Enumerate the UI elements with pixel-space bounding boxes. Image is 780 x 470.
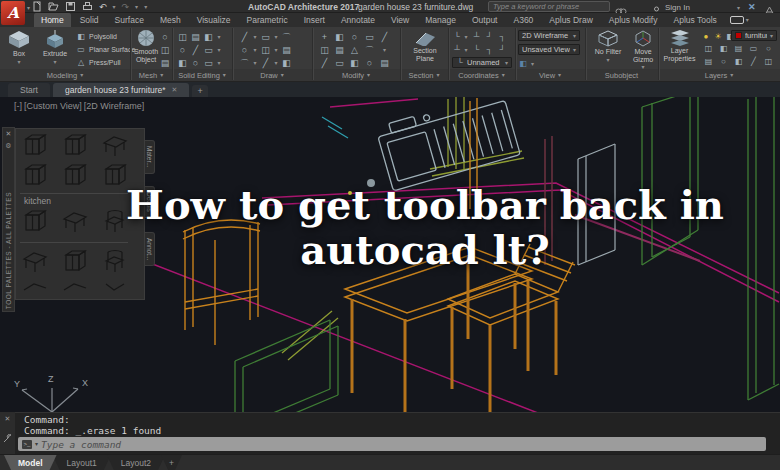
modify-tool-icon[interactable]: △ <box>349 44 361 56</box>
ucs-tool-icon[interactable]: └ <box>472 44 482 55</box>
solid-tool-icon[interactable]: ▤ <box>190 31 202 43</box>
solid-tool-icon[interactable]: ◧ <box>203 31 215 43</box>
solid-tool-icon[interactable]: ○ <box>190 57 202 69</box>
draw-panel-icon[interactable]: ◫ <box>260 44 272 56</box>
undo-caret-icon[interactable]: ▾ <box>113 4 116 10</box>
ucs-tool-icon[interactable]: ┐ <box>485 44 495 55</box>
undo-icon[interactable]: ↶ <box>99 2 107 12</box>
panel-label-view[interactable]: View▾ <box>515 69 585 81</box>
move-gizmo-button[interactable]: Move Gizmo▾ <box>627 30 659 71</box>
solid-tool-icon[interactable]: ◧ <box>177 57 189 69</box>
ucs-tool-icon[interactable]: ┘ <box>485 31 495 42</box>
palette-item-cabinet[interactable] <box>22 132 48 158</box>
solid-tool-icon[interactable]: ▭ <box>203 44 215 56</box>
open-folder-icon[interactable] <box>48 1 59 12</box>
palette-close-icon[interactable]: ✕ <box>6 130 12 138</box>
visual-style-dropdown[interactable]: 2D Wireframe▾ <box>518 30 580 41</box>
draw-caret-icon[interactable]: ▾ <box>253 34 256 40</box>
layer-tool-icon[interactable]: ○ <box>719 56 729 67</box>
palette-item-table[interactable] <box>22 248 48 274</box>
file-tab-start[interactable]: Start <box>8 83 50 97</box>
layer-dropdown[interactable]: furniture ▾ <box>731 30 777 41</box>
viewport-view-button[interactable]: [Custom View] <box>24 101 82 111</box>
extrude-caret-icon[interactable]: ▾ <box>53 59 56 65</box>
command-input[interactable] <box>41 439 762 450</box>
layer-tool-icon[interactable]: ○ <box>764 43 774 54</box>
solid-tool-icon[interactable]: ◫ <box>177 31 189 43</box>
modify-tool-icon[interactable]: ╱ <box>319 57 331 69</box>
ribbon-tab-a360[interactable]: A360 <box>506 13 540 27</box>
ucs-caret-icon[interactable]: ▾ <box>464 47 467 53</box>
sign-in-button[interactable]: Sign In <box>665 3 690 12</box>
layer-tool-icon[interactable]: ▭ <box>749 43 759 54</box>
modify-tool-icon[interactable]: ○ <box>364 57 376 69</box>
named-view-dropdown[interactable]: Unsaved View▾ <box>518 44 580 55</box>
layout-tab-layout2[interactable]: Layout2 <box>107 455 165 470</box>
ribbon-tab-manage[interactable]: Manage <box>418 13 463 27</box>
panel-label-mesh[interactable]: Mesh▾ <box>130 69 172 81</box>
palette-item-cabinet[interactable] <box>22 162 48 188</box>
layer-tool-icon[interactable]: ◧ <box>719 43 729 54</box>
file-tab-document[interactable]: garden house 23 furniture*✕ <box>53 83 190 97</box>
draw-grid-icon[interactable]: ▤ <box>281 44 293 56</box>
modify-tool-icon[interactable]: ▤ <box>379 57 391 69</box>
no-filter-caret-icon[interactable]: ▾ <box>606 57 609 63</box>
modify-caret-icon[interactable]: ▾ <box>383 47 386 53</box>
palette-side-tab-materials[interactable]: Mater... <box>145 140 155 174</box>
draw-caret-icon[interactable]: ▾ <box>253 47 256 53</box>
sign-in-caret-icon[interactable]: ▾ <box>737 5 740 11</box>
mesh-tool-icon[interactable]: ○ <box>159 31 171 43</box>
ribbon-tab-aplus-modify[interactable]: Aplus Modify <box>602 13 665 27</box>
layer-tool-icon[interactable]: ◫ <box>764 56 774 67</box>
ucs-tool-icon[interactable]: └ <box>452 31 462 42</box>
tool-palette-title-bar[interactable]: ✕ ⚙ TOOL PALETTES - ALL PALETTES <box>2 127 15 312</box>
draw-caret-icon[interactable]: ▾ <box>274 47 277 53</box>
qat-customize-caret-icon[interactable]: ▾ <box>144 4 147 10</box>
panel-label-modeling[interactable]: Modeling▾ <box>0 69 130 81</box>
media-panel-icon[interactable] <box>730 16 744 24</box>
command-recent-caret-icon[interactable]: ▾ <box>35 441 38 447</box>
panel-label-coordinates[interactable]: Coordinates▾ <box>448 69 515 81</box>
app-menu-caret-icon[interactable]: ▾ <box>27 5 30 11</box>
solid-tool-icon[interactable]: ○ <box>177 44 189 56</box>
mesh-tool-icon[interactable]: ▤ <box>159 57 171 69</box>
no-filter-button[interactable]: No Filter▾ <box>592 30 624 63</box>
modify-tool-icon[interactable]: ◫ <box>319 44 331 56</box>
ribbon-tab-aplus-tools[interactable]: Aplus Tools <box>666 13 723 27</box>
ribbon-tab-aplus-draw[interactable]: Aplus Draw <box>542 13 599 27</box>
smooth-object-button[interactable]: Smooth Object <box>132 29 160 63</box>
ribbon-tab-insert[interactable]: Insert <box>297 13 332 27</box>
palette-item-cabinet[interactable] <box>62 132 88 158</box>
draw-caret-icon[interactable]: ▾ <box>253 60 256 66</box>
planar-surface-button[interactable]: ▭Planar Surface <box>76 44 135 55</box>
ucs-tool-icon[interactable]: ┐ <box>498 31 508 42</box>
viewport-controls-button[interactable]: [-] <box>14 101 22 111</box>
press-pull-button[interactable]: △Press/Pull <box>76 57 121 68</box>
draw-circle-icon[interactable]: ○ <box>239 44 251 56</box>
ribbon-tab-output[interactable]: Output <box>465 13 505 27</box>
ribbon-tab-surface[interactable]: Surface <box>108 13 151 27</box>
layer-tool-icon[interactable]: ▤ <box>734 43 744 54</box>
draw-line-icon[interactable]: ╱ <box>260 57 272 69</box>
extrude-button[interactable]: Extrude▾ <box>38 30 72 65</box>
layout-tab-model[interactable]: Model <box>4 455 57 470</box>
new-file-icon[interactable] <box>32 1 42 12</box>
file-tab-close-icon[interactable]: ✕ <box>172 87 178 93</box>
ribbon-tab-mesh[interactable]: Mesh <box>153 13 188 27</box>
palette-properties-gear-icon[interactable]: ⚙ <box>5 142 11 150</box>
draw-arc-icon[interactable]: ⌒ <box>281 31 293 43</box>
layout-tab-layout1[interactable]: Layout1 <box>53 455 111 470</box>
palette-item-trim[interactable] <box>22 280 48 294</box>
layer-tool-icon[interactable]: ╱ <box>749 56 759 67</box>
ribbon-tab-parametric[interactable]: Parametric <box>240 13 295 27</box>
draw-rect-icon[interactable]: ▭ <box>260 31 272 43</box>
mesh-tool-icon[interactable]: ◫ <box>159 44 171 56</box>
redo-caret-icon[interactable]: ▾ <box>135 4 138 10</box>
ribbon-tab-solid[interactable]: Solid <box>73 13 106 27</box>
modify-tool-icon[interactable]: ○ <box>349 31 361 43</box>
panel-label-solid-editing[interactable]: Solid Editing▾ <box>172 69 232 81</box>
palette-item-trim[interactable] <box>102 280 128 294</box>
draw-line-icon[interactable]: ╱ <box>239 31 251 43</box>
box-caret-icon[interactable]: ▾ <box>17 59 20 65</box>
palette-item-trim[interactable] <box>62 280 88 294</box>
